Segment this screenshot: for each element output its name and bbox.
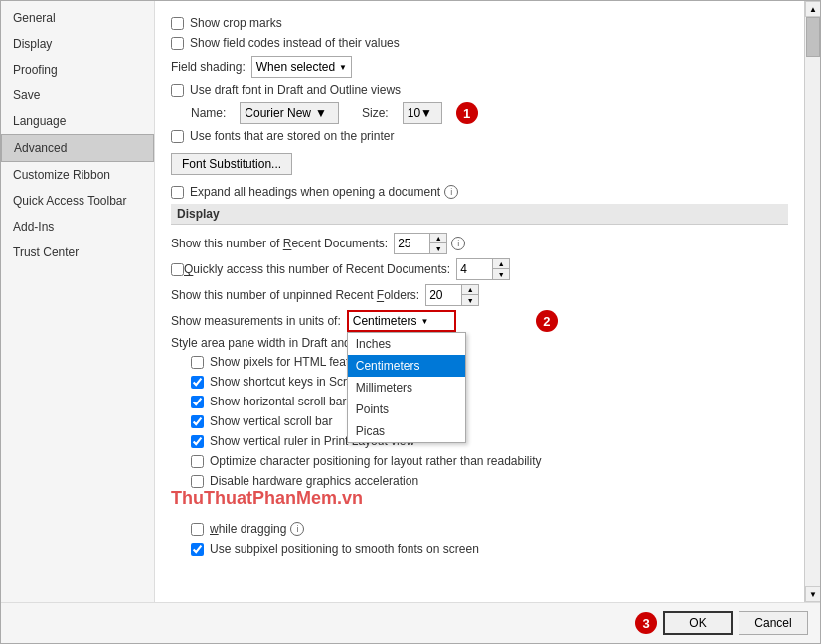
quick-access-label: Quickly access this number of Recent Doc… (184, 262, 450, 276)
field-shading-arrow-icon: ▼ (339, 63, 347, 72)
disable-hw-checkbox[interactable] (191, 475, 204, 488)
recent-docs-info-icon: i (451, 237, 465, 250)
scrollbar-track: ▲ ▼ (804, 1, 820, 602)
scrollbar-down-button[interactable]: ▼ (805, 586, 820, 602)
show-vertical-ruler-checkbox[interactable] (191, 435, 204, 448)
dropdown-item-picas[interactable]: Picas (348, 420, 465, 442)
font-substitution-button[interactable]: Font Substitution... (171, 153, 292, 175)
show-horizontal-scrollbar-row: Show horizontal scroll bar (191, 394, 788, 409)
while-dragging-checkbox[interactable] (191, 523, 204, 536)
show-horizontal-scrollbar-label: Show horizontal scroll bar (210, 395, 346, 408)
sidebar-item-language[interactable]: Language (1, 108, 154, 134)
recent-docs-input[interactable] (395, 234, 429, 253)
show-field-codes-checkbox[interactable] (171, 37, 184, 50)
scrollbar-thumb[interactable] (806, 17, 820, 57)
cancel-button[interactable]: Cancel (739, 611, 808, 635)
display-section-title: Display (171, 204, 788, 225)
show-field-codes-row: Show field codes instead of their values (171, 35, 788, 51)
show-vertical-scrollbar-label: Show vertical scroll bar (210, 414, 332, 428)
use-printer-fonts-label: Use fonts that are stored on the printer (190, 129, 394, 143)
show-pixels-checkbox[interactable] (191, 356, 204, 369)
step-1-badge: 1 (456, 102, 478, 124)
subpixel-label: Use subpixel positioning to smooth fonts… (210, 542, 479, 556)
recent-docs-arrows: ▲ ▼ (429, 234, 446, 253)
show-crop-marks-label: Show crop marks (190, 16, 282, 30)
dialog-footer: 3 OK Cancel (1, 602, 820, 643)
font-size-dropdown[interactable]: 10 ▼ (403, 102, 442, 124)
show-horizontal-scrollbar-checkbox[interactable] (191, 396, 204, 408)
font-name-dropdown[interactable]: Courier New ▼ (240, 102, 339, 124)
recent-docs-row: Show this number of Recent Documents: ▲ … (171, 233, 788, 254)
disable-hw-row: Disable hardware graphics acceleration (191, 473, 788, 489)
step-3-badge: 3 (635, 612, 657, 634)
recent-docs-spinner[interactable]: ▲ ▼ (394, 233, 447, 254)
subpixel-row: Use subpixel positioning to smooth fonts… (191, 541, 788, 557)
recent-docs-up[interactable]: ▲ (430, 234, 446, 243)
show-vertical-scrollbar-row: Show vertical scroll bar (191, 413, 788, 429)
sidebar-item-quick-access[interactable]: Quick Access Toolbar (1, 188, 154, 214)
ok-button[interactable]: OK (663, 611, 733, 635)
sidebar-item-general[interactable]: General (1, 5, 154, 31)
font-name-size-row: Name: Courier New ▼ Size: 10 ▼ 1 (191, 102, 788, 124)
show-field-codes-label: Show field codes instead of their values (190, 36, 400, 50)
quick-access-spinner[interactable]: ▲ ▼ (456, 258, 510, 280)
quick-access-down[interactable]: ▼ (493, 269, 509, 279)
optimize-char-row: Optimize character positioning for layou… (191, 453, 788, 469)
recent-docs-down[interactable]: ▼ (430, 243, 446, 253)
measurements-arrow-icon: ▼ (420, 317, 428, 326)
use-printer-fonts-row: Use fonts that are stored on the printer (171, 128, 788, 144)
quick-access-checkbox[interactable] (171, 263, 184, 276)
dropdown-item-centimeters[interactable]: Centimeters (348, 355, 465, 377)
show-vertical-ruler-row: Show vertical ruler in Print Layout view (191, 433, 788, 449)
while-dragging-row: while dragging i (191, 521, 788, 537)
show-pixels-row: Show pixels for HTML features (191, 354, 788, 370)
use-printer-fonts-checkbox[interactable] (171, 130, 184, 143)
font-name-arrow-icon: ▼ (315, 106, 327, 120)
scrollbar-up-button[interactable]: ▲ (805, 1, 820, 17)
unpinned-folders-arrows: ▲ ▼ (461, 285, 478, 305)
quick-access-row: Quickly access this number of Recent Doc… (171, 258, 788, 280)
quick-access-arrows: ▲ ▼ (492, 259, 509, 279)
dropdown-item-points[interactable]: Points (348, 399, 465, 420)
sidebar-item-display[interactable]: Display (1, 31, 154, 57)
sidebar-item-save[interactable]: Save (1, 82, 154, 108)
dialog-body: General Display Proofing Save Language A… (1, 1, 820, 602)
unpinned-folders-up[interactable]: ▲ (462, 285, 478, 295)
field-shading-dropdown[interactable]: When selected ▼ (251, 56, 352, 78)
expand-headings-row: Expand all headings when opening a docum… (171, 184, 788, 200)
unpinned-folders-row: Show this number of unpinned Recent Fold… (171, 284, 788, 306)
field-shading-row: Field shading: When selected ▼ (171, 55, 788, 79)
unpinned-folders-input[interactable] (426, 285, 461, 305)
use-draft-font-row: Use draft font in Draft and Outline view… (171, 82, 788, 98)
quick-access-up[interactable]: ▲ (493, 259, 509, 269)
expand-headings-label: Expand all headings when opening a docum… (190, 185, 440, 199)
use-draft-font-label: Use draft font in Draft and Outline view… (190, 83, 401, 97)
use-draft-font-checkbox[interactable] (171, 84, 184, 97)
unpinned-folders-down[interactable]: ▼ (462, 295, 478, 305)
sidebar-item-trust-center[interactable]: Trust Center (1, 240, 154, 265)
sidebar-item-add-ins[interactable]: Add-Ins (1, 214, 154, 240)
show-vertical-scrollbar-checkbox[interactable] (191, 415, 204, 428)
dropdown-item-millimeters[interactable]: Millimeters (348, 377, 465, 399)
sidebar-item-proofing[interactable]: Proofing (1, 57, 154, 82)
display-section: Display Show this number of Recent Docum… (171, 204, 788, 557)
font-size-label: Size: (362, 106, 389, 120)
unpinned-folders-label: Show this number of unpinned Recent Fold… (171, 288, 419, 302)
disable-hw-label: Disable hardware graphics acceleration (210, 474, 418, 488)
sidebar-item-advanced[interactable]: Advanced (1, 134, 154, 162)
measurements-row: Show measurements in units of: Centimete… (171, 310, 788, 332)
show-shortcut-keys-checkbox[interactable] (191, 376, 204, 389)
quick-access-input[interactable] (457, 259, 492, 279)
measurements-dropdown-wrapper: Centimeters ▼ Inches Centimeters Millime… (347, 310, 456, 332)
content-area: Show crop marks Show field codes instead… (155, 1, 804, 602)
unpinned-folders-spinner[interactable]: ▲ ▼ (425, 284, 479, 306)
subpixel-checkbox[interactable] (191, 543, 204, 556)
expand-headings-checkbox[interactable] (171, 186, 184, 199)
sidebar-item-customize-ribbon[interactable]: Customize Ribbon (1, 162, 154, 188)
watermark-text: ThuThuatPhanMem.vn (171, 488, 363, 509)
optimize-char-label: Optimize character positioning for layou… (210, 454, 542, 468)
dropdown-item-inches[interactable]: Inches (348, 333, 465, 355)
show-crop-marks-checkbox[interactable] (171, 17, 184, 30)
optimize-char-checkbox[interactable] (191, 455, 204, 468)
measurements-dropdown[interactable]: Centimeters ▼ (347, 310, 456, 332)
